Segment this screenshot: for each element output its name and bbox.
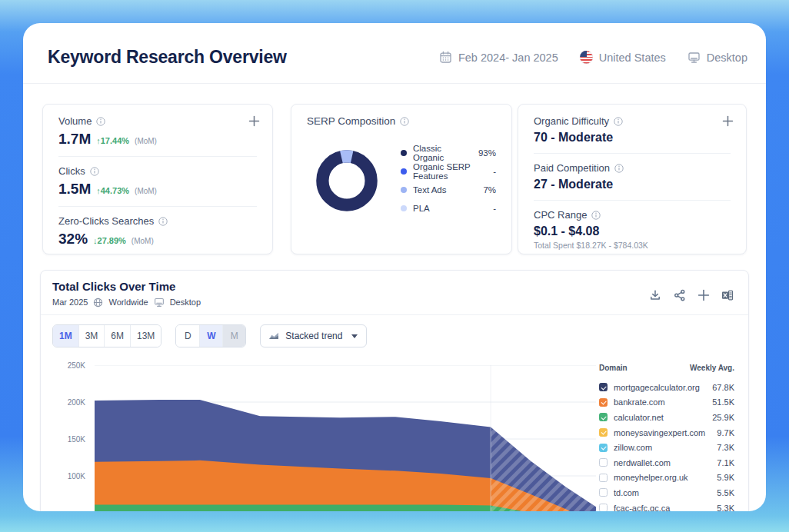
metric-label: Clicks [58,165,85,177]
domain-checkbox[interactable] [599,488,608,497]
table-row[interactable]: fcac-acfc.gc.ca 5.3K [599,500,734,511]
table-row[interactable]: mortgagecalculator.org 67.8K [599,380,734,395]
serp-donut-chart[interactable] [311,145,382,216]
plus-icon [722,115,734,127]
info-icon[interactable] [614,164,624,173]
table-row[interactable]: bankrate.com 51.5K [599,395,734,411]
domain-checkbox[interactable] [599,458,608,467]
legend-dot [401,205,407,211]
chart-region: Worldwide [108,298,148,307]
serp-legend-item[interactable]: Organic SERP Features - [401,162,496,181]
chart-zone: 250K 200K 150K 100K [41,355,748,511]
legend-value: 93% [478,148,496,158]
summary-cards-row: Volume 1.7M ↑17.44% (MoM) Clicks 1 [23,84,766,254]
date-range-filter[interactable]: Feb 2024- Jan 2025 [439,51,558,64]
metric-volume: Volume 1.7M ↑17.44% (MoM) [58,115,257,148]
add-to-list-button[interactable] [722,115,734,127]
info-icon[interactable] [591,211,601,220]
metric-change: ↓27.89% [93,236,126,245]
chart-plot-area[interactable] [95,355,596,511]
domain-label: mortgagecalculator.org [614,383,700,392]
range-6m-button[interactable]: 6M [104,325,130,347]
add-chart-button[interactable] [697,289,710,301]
page-title: Keyword Research Overview [48,47,287,68]
domain-label: bankrate.com [614,397,665,407]
granularity-week-button[interactable]: W [199,325,222,347]
domain-checkbox[interactable] [599,444,608,452]
stacked-area-chart[interactable] [95,365,596,511]
add-to-list-button[interactable] [248,115,260,127]
serp-composition-card: SERP Composition Classic Organic 93% [291,104,512,254]
table-row[interactable]: moneysavingexpert.com 9.7K [599,425,734,441]
table-row[interactable]: td.com 5.5K [599,485,734,500]
legend-label: PLA [413,204,430,213]
device-filter[interactable]: Desktop [687,51,747,64]
metric-value: 1.5M [58,181,91,198]
serp-legend-item[interactable]: Text Ads 7% [401,181,496,199]
country-filter[interactable]: United States [580,51,666,64]
metric-label: Paid Competition [534,162,610,174]
table-row[interactable]: zillow.com 7.3K [599,440,734,455]
table-row[interactable]: moneyhelper.org.uk 5.9K [599,470,734,486]
weekly-avg-value: 7.1K [717,458,734,467]
metric-period: (MoM) [135,137,157,145]
total-spent-note: Total Spent $18.27K - $784.03K [534,241,731,250]
y-axis-tick: 150K [50,435,85,444]
info-icon[interactable] [90,167,99,176]
chart-type-dropdown[interactable]: Stacked trend [260,324,367,347]
info-icon[interactable] [158,217,168,226]
difficulty-card: Organic Difficulty 70 - Moderate Paid Co… [518,104,747,254]
range-13m-button[interactable]: 13M [130,325,161,347]
plus-icon [248,115,260,127]
domain-checkbox[interactable] [599,413,608,421]
metrics-card: Volume 1.7M ↑17.44% (MoM) Clicks 1 [42,104,273,254]
chart-date: Mar 2025 [52,298,88,307]
globe-icon [93,298,103,308]
plus-icon [697,289,710,301]
us-flag-icon [580,51,593,64]
info-icon[interactable] [614,117,623,126]
chart-toolbar [648,280,734,308]
table-row[interactable]: calculator.net 25.9K [599,410,734,425]
page-background: Keyword Research Overview Feb 2024- Jan … [0,0,789,532]
domain-label: td.com [614,488,639,497]
y-axis-tick: 250K [50,361,85,370]
chart-controls: 1M 3M 6M 13M D W M Stacked trend [41,315,748,355]
legend-value: - [493,204,496,213]
granularity-day-button[interactable]: D [176,325,199,347]
table-row[interactable]: nerdwallet.com 7.1K [599,455,734,470]
device-label: Desktop [707,52,747,64]
metric-value: 32% [58,231,88,248]
range-1m-button[interactable]: 1M [53,325,78,347]
domain-label: moneysavingexpert.com [614,428,705,437]
metric-zero-clicks: Zero-Clicks Searches 32% ↓27.89% (MoM) [58,215,257,248]
domain-checkbox[interactable] [599,504,608,511]
info-icon[interactable] [400,117,409,126]
metric-value: $0.1 - $4.08 [534,224,731,238]
serp-content: Classic Organic 93% Organic SERP Feature… [307,144,496,218]
metric-value: 70 - Moderate [534,131,731,145]
range-3m-button[interactable]: 3M [78,325,105,347]
chart-card-header: Total Clicks Over Time Mar 2025 Worldwid… [41,271,748,314]
y-axis-tick: 100K [50,472,85,480]
domain-checkbox[interactable] [599,398,608,407]
domain-label: fcac-acfc.gc.ca [614,504,670,511]
excel-icon [721,288,734,302]
granularity-group: D W M [175,324,246,347]
domain-checkbox[interactable] [599,428,608,437]
weekly-avg-column-header: Weekly Avg. [690,364,734,372]
metric-clicks: Clicks 1.5M ↑44.73% (MoM) [58,165,257,198]
metric-label: CPC Range [534,209,587,221]
legend-value: - [493,167,496,176]
serp-legend-item[interactable]: Classic Organic 93% [401,144,496,162]
export-excel-button[interactable] [721,288,734,302]
download-button[interactable] [648,288,662,302]
info-icon[interactable] [96,117,105,126]
country-label: United States [599,52,666,64]
metric-period: (MoM) [132,237,154,245]
serp-legend-item[interactable]: PLA - [401,199,496,218]
domain-checkbox[interactable] [599,383,608,391]
share-button[interactable] [673,288,687,302]
divider [534,200,731,201]
domain-checkbox[interactable] [599,474,608,482]
